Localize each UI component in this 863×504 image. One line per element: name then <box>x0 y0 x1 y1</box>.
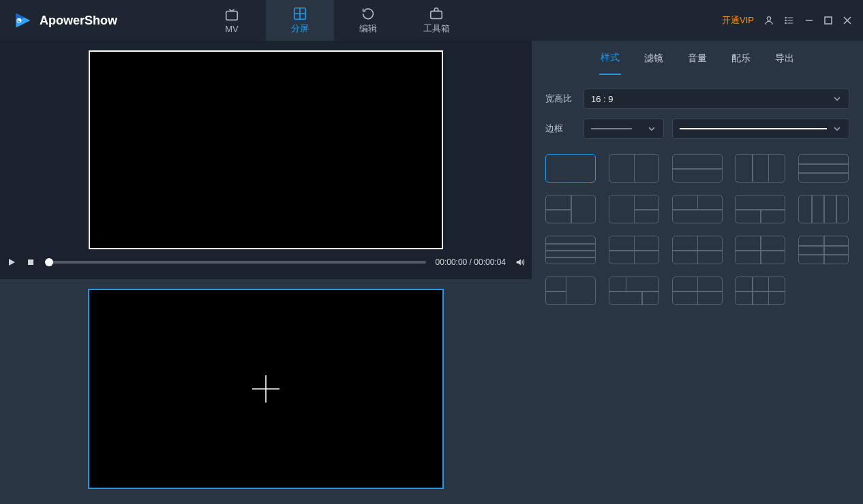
layout-left-tall[interactable] <box>545 277 596 305</box>
layout-stack-3[interactable] <box>798 236 849 264</box>
tab-edit-label: 编辑 <box>359 22 377 35</box>
right-panel: 样式 滤镜 音量 配乐 导出 宽高比 16 : 9 边框 <box>532 41 863 504</box>
layout-3x2[interactable] <box>735 277 785 305</box>
tab-export[interactable]: 导出 <box>774 43 796 74</box>
chevron-down-icon <box>832 94 842 104</box>
svg-point-4 <box>767 17 770 20</box>
tab-music[interactable]: 配乐 <box>730 43 752 74</box>
layout-3row[interactable] <box>798 154 849 183</box>
window-controls: 开通VIP <box>711 0 863 41</box>
maximize-button[interactable] <box>823 16 833 25</box>
layout-1x1[interactable] <box>545 154 596 183</box>
border-style-select[interactable] <box>584 119 664 139</box>
chevron-down-icon <box>647 124 656 133</box>
aspect-label: 宽高比 <box>545 93 575 105</box>
layout-bottom-split[interactable] <box>735 195 785 223</box>
layout-tr-quad[interactable] <box>735 236 785 264</box>
logo-icon <box>14 11 33 30</box>
layout-tl-quad[interactable] <box>672 236 723 264</box>
app-name: ApowerShow <box>40 14 117 28</box>
preview-pane: 00:00:00 / 00:00:04 <box>0 41 532 279</box>
user-icon[interactable] <box>763 15 774 26</box>
app-header: ApowerShow MV 分屏 编辑 工具箱 开通VIP <box>0 0 863 41</box>
tab-edit[interactable]: 编辑 <box>334 0 402 41</box>
tab-mv[interactable]: MV <box>198 0 266 41</box>
svg-rect-3 <box>431 11 442 18</box>
aspect-value: 16 : 9 <box>591 94 614 104</box>
plus-icon <box>249 373 282 405</box>
progress-bar[interactable] <box>45 261 426 264</box>
drop-zone[interactable] <box>88 289 444 489</box>
chevron-down-icon <box>832 124 842 133</box>
svg-rect-8 <box>825 17 832 24</box>
progress-handle[interactable] <box>45 258 53 266</box>
player-bar: 00:00:00 / 00:00:04 <box>0 249 532 275</box>
tab-style[interactable]: 样式 <box>599 42 621 75</box>
tab-split-label: 分屏 <box>291 22 309 35</box>
tab-mv-label: MV <box>225 24 239 34</box>
preview-canvas[interactable] <box>89 50 443 249</box>
tab-volume[interactable]: 音量 <box>686 43 708 74</box>
svg-point-5 <box>785 17 786 18</box>
vip-button[interactable]: 开通VIP <box>722 14 754 27</box>
layout-2row[interactable] <box>672 154 723 183</box>
main-tabs: MV 分屏 编辑 工具箱 <box>198 0 470 41</box>
layout-r-top-split[interactable] <box>609 195 659 223</box>
layout-grid <box>532 151 863 308</box>
border-color-select[interactable] <box>672 119 849 139</box>
close-button[interactable] <box>843 16 852 25</box>
time-display: 00:00:00 / 00:00:04 <box>436 257 506 267</box>
drop-pane <box>0 279 532 504</box>
svg-rect-1 <box>226 11 238 20</box>
tab-filter[interactable]: 滤镜 <box>643 43 665 74</box>
menu-icon[interactable] <box>784 15 795 26</box>
layout-2x2[interactable] <box>609 236 659 264</box>
svg-point-7 <box>785 22 786 23</box>
svg-rect-9 <box>28 259 33 265</box>
svg-point-6 <box>785 20 786 20</box>
border-label: 边框 <box>545 123 575 135</box>
tab-tools[interactable]: 工具箱 <box>402 0 470 41</box>
layout-brick[interactable] <box>609 277 659 305</box>
stop-icon[interactable] <box>26 257 35 267</box>
layout-4col[interactable] <box>798 195 849 223</box>
border-color-preview <box>680 128 827 129</box>
volume-icon[interactable] <box>515 257 525 267</box>
layout-2row-top-split[interactable] <box>672 277 723 305</box>
tab-tools-label: 工具箱 <box>423 22 450 35</box>
app-logo: ApowerShow <box>0 0 198 41</box>
border-style-preview <box>591 128 632 129</box>
minimize-button[interactable] <box>804 16 814 25</box>
panel-tabs: 样式 滤镜 音量 配乐 导出 <box>532 41 863 76</box>
layout-top-split[interactable] <box>672 195 723 223</box>
layout-2col[interactable] <box>609 154 659 183</box>
tab-split[interactable]: 分屏 <box>266 0 334 41</box>
layout-l-top-split[interactable] <box>545 195 596 223</box>
play-icon[interactable] <box>7 257 16 267</box>
aspect-select[interactable]: 16 : 9 <box>584 89 849 109</box>
layout-4row[interactable] <box>545 236 596 264</box>
left-panel: 00:00:00 / 00:00:04 <box>0 41 532 504</box>
layout-3col[interactable] <box>735 154 785 183</box>
